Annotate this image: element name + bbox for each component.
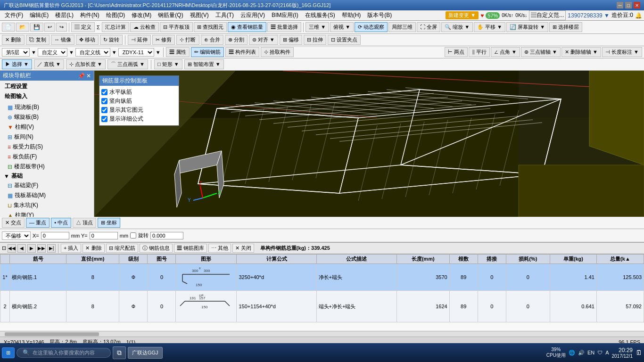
y-coord-input[interactable] — [90, 232, 118, 239]
intersection-snap-btn[interactable]: ✕ 交点 — [2, 218, 25, 228]
del-aux-btn[interactable]: ✕ 删除辅轴 ▼ — [561, 47, 601, 57]
menu-help[interactable]: 帮助(H) — [339, 10, 364, 20]
table-row[interactable]: 1* 横向钢筋.1 8 Ф 0 ⁸ 300 300 — [0, 264, 644, 291]
line-select[interactable]: 自定义线 — [75, 48, 110, 57]
fullscreen-btn[interactable]: ⛶ 全屏 — [417, 22, 440, 32]
break-btn[interactable]: ⊹ 打断 — [176, 35, 199, 45]
floor-select[interactable]: 第5层 — [2, 48, 30, 57]
start-button[interactable]: ⊞ — [2, 347, 15, 358]
rebar-table-container[interactable]: 筋号 直径(mm) 级别 图号 图形 计算公式 公式描述 长度(mm) 根数 搭… — [0, 254, 644, 331]
sidebar-item-pit[interactable]: ⊔ 集水坑(K) — [0, 200, 94, 210]
offset-btn[interactable]: ⊞ 偏移 — [280, 35, 302, 45]
menu-version[interactable]: 版本号(B) — [364, 10, 395, 20]
horizontal-rebar-checkbox[interactable] — [101, 89, 107, 95]
line-tool-btn[interactable]: ／ 直线 ▼ — [34, 59, 64, 69]
select-tool-btn[interactable]: ▶ 选择 ▼ — [2, 59, 32, 69]
copy-btn[interactable]: ⿻ 复制 — [26, 35, 50, 45]
menu-edit[interactable]: 编辑(E) — [27, 10, 51, 20]
insert-row-btn[interactable]: + 插入 — [61, 244, 81, 253]
3d-btn[interactable]: 三维 ▼ — [305, 22, 329, 32]
level-top-btn[interactable]: ⊟ 平齐板顶 — [160, 22, 193, 32]
rotate-input[interactable] — [150, 232, 183, 239]
component-list-btn[interactable]: ☰ 构件列表 — [225, 47, 259, 57]
local-3d-btn[interactable]: 局部三维 — [388, 22, 416, 32]
sidebar-item-column-base[interactable]: ▲ 柱墩(Y) — [0, 210, 94, 217]
view-rebar-btn[interactable]: ◉ 查看钢筋量 — [228, 22, 266, 32]
pick-component-btn[interactable]: ⊹ 拾取构件 — [261, 47, 294, 57]
new-change-btn[interactable]: 新建变更 ▼ — [446, 11, 479, 19]
point-extend-btn[interactable]: ⊹ 点加长度 ▼ — [66, 59, 106, 69]
menu-bim[interactable]: BIM应用(I) — [269, 10, 301, 20]
rectangle-btn[interactable]: □ 矩形 ▼ — [154, 59, 182, 69]
top-view-btn[interactable]: 俯视 ▼ — [330, 22, 354, 32]
set-grip-btn[interactable]: ⊡ 设置夹点 — [328, 35, 361, 45]
offset-mode-select[interactable]: 不偏移 — [2, 231, 31, 240]
rebar-library-btn[interactable]: ☰ 钢筋图库 — [174, 244, 207, 253]
three-point-aux-btn[interactable]: ⊛ 三点辅轴 ▼ — [521, 47, 561, 57]
save-btn[interactable]: 💾 — [30, 23, 43, 32]
align-btn[interactable]: ⊜ 对齐 ▼ — [249, 35, 278, 45]
action-center-icon[interactable]: 🗓 — [636, 349, 642, 356]
zdyx-select[interactable]: ZDYX-11 — [118, 48, 154, 57]
maximize-button[interactable]: □ — [625, 2, 632, 8]
screen-rotate-btn[interactable]: 🔄 屏幕旋转 ▼ — [506, 22, 548, 32]
pan-btn[interactable]: ✋ 平移 ▼ — [474, 22, 505, 32]
search-bar[interactable]: 🔍 在这里输入你要搜索的内容 — [17, 348, 111, 358]
sidebar-item-poured-plate[interactable]: ▦ 现浇板(B) — [0, 102, 94, 112]
rotate-checkbox[interactable] — [130, 232, 136, 239]
delete-row-btn[interactable]: ✕ 删除 — [83, 244, 104, 253]
horizontal-scrollbar[interactable] — [0, 331, 644, 337]
sidebar-item-column-cap[interactable]: ▼ 柱帽(V) — [0, 122, 94, 132]
close-button[interactable]: ✕ — [634, 2, 640, 8]
sum-calc-btn[interactable]: 汇总计算 — [102, 22, 129, 32]
rebar-info-btn[interactable]: ⓘ 钢筋信息 — [140, 244, 173, 253]
menu-floor[interactable]: 楼层(L) — [52, 10, 76, 20]
coord-snap-btn[interactable]: ⊞ 坐标 — [98, 218, 120, 228]
other-btn[interactable]: ⋯ 其他 — [208, 244, 231, 253]
last-nav-btn[interactable]: ▶▶ — [37, 244, 46, 253]
extend-btn[interactable]: ⊣ 延伸 — [128, 35, 151, 45]
point-angle-btn[interactable]: ∠ 点角 ▼ — [491, 47, 520, 57]
table-row[interactable]: 2 横向钢筋.2 8 Ф 0 ¹²⁸ 191 157 — [0, 291, 644, 322]
sidebar-engineering-settings[interactable]: 工程设置 — [2, 82, 92, 91]
mirror-btn[interactable]: ↔ 镜像 — [51, 35, 74, 45]
first-nav-btn[interactable]: ◀◀ — [8, 244, 16, 253]
sidebar-item-foundation-beam[interactable]: ⊟ 基础梁(F) — [0, 181, 94, 190]
menu-view[interactable]: 视图(V) — [187, 10, 212, 20]
endpoint-snap-btn[interactable]: — 重点 — [26, 218, 50, 228]
show-formula-checkbox[interactable] — [101, 116, 107, 122]
property-btn[interactable]: ☰ 属性 — [166, 47, 190, 57]
trim-btn[interactable]: ✂ 修剪 — [152, 35, 175, 45]
new-btn[interactable]: 📄 — [2, 23, 15, 32]
sidebar-item-force-rebar[interactable]: ≡ 板受力筋(S) — [0, 142, 94, 152]
dynamic-view-btn[interactable]: ⟳ 动态观察 — [355, 22, 388, 32]
menu-file[interactable]: 文件(F) — [2, 10, 26, 20]
cloud-check-btn[interactable]: ☁ 云检查 — [130, 22, 159, 32]
vertex-snap-btn[interactable]: △ 顶点 — [73, 218, 96, 228]
split-btn[interactable]: ⊗ 分割 — [225, 35, 248, 45]
sidebar-close-btn[interactable]: ✕ — [86, 73, 91, 79]
menu-modify[interactable]: 修改(M) — [129, 10, 154, 20]
smart-layout-btn[interactable]: ⊞ 智能布置 ▼ — [184, 59, 224, 69]
vertical-rebar-checkbox[interactable] — [101, 98, 107, 104]
next-nav-btn[interactable]: ▶ — [27, 244, 36, 253]
rotate-btn[interactable]: ↻ 旋转 — [100, 35, 123, 45]
redo-btn[interactable]: ↪ — [56, 23, 67, 32]
find-elem-btn[interactable]: ⊞ 查找图元 — [194, 22, 227, 32]
three-point-arc-btn[interactable]: ⌒ 三点画弧 ▼ — [107, 59, 148, 69]
x-coord-input[interactable] — [41, 232, 69, 239]
sidebar-item-spiral-plate[interactable]: ⊛ 螺旋板(B) — [0, 112, 94, 122]
stretch-btn[interactable]: ⊟ 拉伸 — [304, 35, 326, 45]
open-btn[interactable]: 📂 — [16, 23, 29, 32]
menu-tools[interactable]: 工具(T) — [213, 10, 237, 20]
move-btn[interactable]: ✥ 移动 — [76, 35, 99, 45]
midpoint-snap-btn[interactable]: • 中点 — [51, 218, 71, 228]
sidebar-item-board-gap[interactable]: ⊞ 板间(N) — [0, 132, 94, 142]
type-select[interactable]: 自定义 — [38, 48, 67, 57]
edit-rebar-btn[interactable]: ✏ 编辑钢筋 — [191, 47, 224, 57]
minimize-button[interactable]: ─ — [617, 2, 623, 8]
batch-select-btn[interactable]: ☰ 批量选择 — [267, 22, 301, 32]
undo-btn[interactable]: ↩ — [44, 23, 55, 32]
sidebar-drawing-input[interactable]: 绘图输入 — [2, 91, 92, 101]
define-btn[interactable]: ▤ 定义 — [71, 22, 95, 32]
